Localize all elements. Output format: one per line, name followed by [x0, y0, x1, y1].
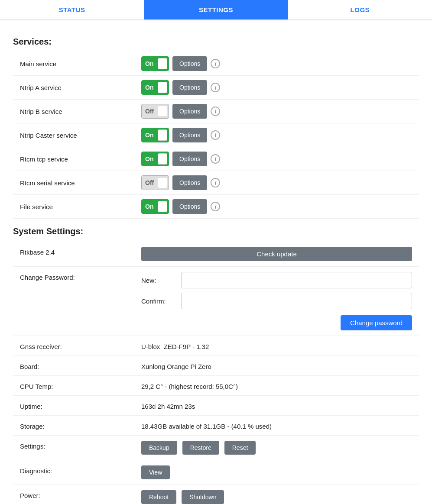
- sys-label-diagnostic: Diagnostic:: [20, 465, 141, 475]
- toggle-main-service[interactable]: On: [141, 56, 169, 71]
- check-update-button[interactable]: Check update: [141, 247, 412, 261]
- password-confirm-row: Confirm:: [141, 293, 412, 309]
- options-btn-rtcm-tcp[interactable]: Options: [172, 152, 207, 166]
- change-password-button[interactable]: Change password: [341, 315, 412, 330]
- password-new-row: New:: [141, 272, 412, 288]
- sys-label-uptime: Uptime:: [20, 401, 141, 410]
- power-buttons: Reboot Shutdown: [141, 490, 226, 504]
- confirm-password-label: Confirm:: [141, 297, 176, 305]
- info-icon-rtcm-tcp[interactable]: i: [211, 154, 220, 164]
- options-btn-rtcm-serial[interactable]: Options: [172, 175, 207, 190]
- service-controls-file: On Options i: [141, 199, 220, 214]
- shutdown-button[interactable]: Shutdown: [182, 490, 224, 504]
- sys-row-uptime: Uptime: 163d 2h 42mn 23s: [13, 396, 419, 416]
- options-btn-ntrip-b[interactable]: Options: [172, 104, 207, 119]
- options-btn-main[interactable]: Options: [172, 56, 207, 71]
- info-icon-ntrip-a[interactable]: i: [211, 83, 220, 92]
- toggle-ntrip-caster-knob: [158, 129, 167, 141]
- info-icon-main[interactable]: i: [211, 59, 220, 68]
- diagnostic-buttons: View: [141, 465, 172, 479]
- toggle-rtcm-serial[interactable]: Off: [141, 175, 169, 190]
- options-btn-ntrip-a[interactable]: Options: [172, 80, 207, 95]
- cpu-value: 29,2 C° - (highest record: 55,0C°): [141, 381, 238, 390]
- sys-label-rtkbase: Rtkbase 2.4: [20, 247, 141, 256]
- service-controls-rtcm-serial: Off Options i: [141, 175, 220, 190]
- service-label-rtcm-tcp: Rtcm tcp service: [20, 155, 141, 163]
- options-btn-file[interactable]: Options: [172, 199, 207, 214]
- toggle-rtcm-serial-label: Off: [143, 179, 154, 186]
- service-controls-main: On Options i: [141, 56, 220, 71]
- sys-row-password: Change Password: New: Confirm: Change pa…: [13, 267, 419, 336]
- info-icon-ntrip-b[interactable]: i: [211, 107, 220, 116]
- sys-row-diagnostic: Diagnostic: View: [13, 460, 419, 485]
- service-label-file: File service: [20, 203, 141, 210]
- service-label-ntrip-caster: Ntrip Caster service: [20, 132, 141, 139]
- service-label-rtcm-serial: Rtcm serial service: [20, 179, 141, 187]
- sys-row-power: Power: Reboot Shutdown: [13, 485, 419, 504]
- reset-button[interactable]: Reset: [224, 441, 256, 455]
- service-label-ntrip-b: Ntrip B service: [20, 108, 141, 115]
- sys-label-cpu: CPU Temp:: [20, 381, 141, 390]
- info-icon-rtcm-serial[interactable]: i: [211, 178, 220, 187]
- service-row-ntrip-caster: Ntrip Caster service On Options i: [13, 123, 419, 147]
- info-icon-file[interactable]: i: [211, 202, 220, 211]
- sys-label-storage: Storage:: [20, 421, 141, 430]
- sys-controls-password: New: Confirm: Change password: [141, 272, 412, 330]
- tab-settings[interactable]: SETTINGS: [144, 0, 288, 19]
- sys-label-gnss: Gnss receiver:: [20, 341, 141, 350]
- toggle-ntrip-caster-label: On: [143, 132, 153, 139]
- main-content: Services: Main service On Options i Ntri…: [0, 20, 432, 504]
- view-button[interactable]: View: [141, 465, 170, 479]
- service-row-rtcm-tcp: Rtcm tcp service On Options i: [13, 147, 419, 171]
- toggle-main-knob: [158, 58, 167, 69]
- sys-label-password: Change Password:: [20, 272, 141, 281]
- board-value: Xunlong Orange Pi Zero: [141, 361, 211, 370]
- toggle-rtcm-serial-knob: [158, 177, 167, 188]
- toggle-ntrip-b-label: Off: [143, 108, 154, 115]
- service-row-file: File service On Options i: [13, 195, 419, 219]
- toggle-ntrip-a-label: On: [143, 84, 153, 91]
- sys-row-storage: Storage: 18.43GB available of 31.1GB - (…: [13, 416, 419, 436]
- service-controls-ntrip-caster: On Options i: [141, 128, 220, 142]
- toggle-rtcm-tcp[interactable]: On: [141, 152, 169, 166]
- service-row-ntrip-a: Ntrip A service On Options i: [13, 76, 419, 100]
- restore-button[interactable]: Restore: [182, 441, 219, 455]
- toggle-ntrip-b[interactable]: Off: [141, 104, 169, 119]
- reboot-button[interactable]: Reboot: [141, 490, 176, 504]
- service-controls-ntrip-a: On Options i: [141, 80, 220, 95]
- toggle-ntrip-a-knob: [158, 82, 167, 93]
- tab-logs[interactable]: LOGS: [288, 0, 432, 19]
- service-controls-rtcm-tcp: On Options i: [141, 152, 220, 166]
- service-row-main: Main service On Options i: [13, 52, 419, 76]
- service-row-rtcm-serial: Rtcm serial service Off Options i: [13, 171, 419, 195]
- toggle-rtcm-tcp-knob: [158, 153, 167, 165]
- services-title: Services:: [13, 37, 419, 47]
- sys-row-settings: Settings: Backup Restore Reset: [13, 436, 419, 460]
- sys-row-cpu: CPU Temp: 29,2 C° - (highest record: 55,…: [13, 376, 419, 396]
- storage-value: 18.43GB available of 31.1GB - (40.1 % us…: [141, 421, 272, 430]
- backup-button[interactable]: Backup: [141, 441, 177, 455]
- uptime-value: 163d 2h 42mn 23s: [141, 401, 195, 410]
- toggle-file-knob: [158, 201, 167, 212]
- sys-row-rtkbase: Rtkbase 2.4 Check update: [13, 242, 419, 267]
- toggle-file-label: On: [143, 203, 153, 210]
- service-label-main: Main service: [20, 60, 141, 68]
- sys-controls-rtkbase: Check update: [141, 247, 412, 261]
- sys-label-board: Board:: [20, 361, 141, 370]
- change-pw-wrapper: Change password: [141, 315, 412, 330]
- gnss-value: U-blox_ZED-F9P - 1.32: [141, 341, 209, 350]
- service-label-ntrip-a: Ntrip A service: [20, 84, 141, 91]
- toggle-file[interactable]: On: [141, 199, 169, 214]
- sys-row-gnss: Gnss receiver: U-blox_ZED-F9P - 1.32: [13, 336, 419, 356]
- toggle-ntrip-b-knob: [158, 106, 167, 117]
- tab-status[interactable]: STATUS: [0, 0, 144, 19]
- toggle-ntrip-caster[interactable]: On: [141, 128, 169, 142]
- new-password-label: New:: [141, 277, 176, 284]
- toggle-rtcm-tcp-label: On: [143, 155, 153, 162]
- info-icon-ntrip-caster[interactable]: i: [211, 130, 220, 140]
- options-btn-ntrip-caster[interactable]: Options: [172, 128, 207, 142]
- toggle-ntrip-a[interactable]: On: [141, 80, 169, 95]
- sys-label-power: Power:: [20, 490, 141, 499]
- confirm-password-input[interactable]: [181, 293, 412, 309]
- new-password-input[interactable]: [181, 272, 412, 288]
